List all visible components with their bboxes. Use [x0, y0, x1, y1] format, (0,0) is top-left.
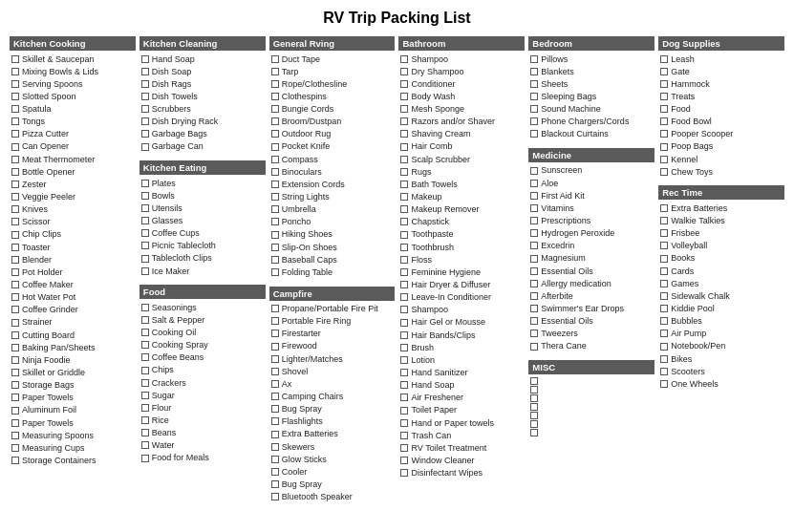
checkbox[interactable] — [11, 193, 19, 201]
checkbox[interactable] — [271, 80, 279, 88]
checkbox[interactable] — [141, 255, 149, 263]
checkbox[interactable] — [400, 117, 408, 125]
checkbox[interactable] — [660, 305, 668, 312]
checkbox[interactable] — [141, 416, 149, 424]
checkbox[interactable] — [141, 429, 149, 436]
checkbox[interactable] — [530, 420, 538, 428]
checkbox[interactable] — [11, 80, 19, 88]
checkbox[interactable] — [400, 93, 408, 100]
checkbox[interactable] — [530, 105, 538, 113]
checkbox[interactable] — [271, 244, 279, 251]
checkbox[interactable] — [530, 55, 538, 63]
checkbox[interactable] — [11, 444, 19, 452]
checkbox[interactable] — [11, 143, 19, 151]
checkbox[interactable] — [400, 306, 408, 313]
checkbox[interactable] — [400, 419, 408, 427]
checkbox[interactable] — [660, 292, 668, 300]
checkbox[interactable] — [271, 443, 279, 451]
checkbox[interactable] — [530, 68, 538, 75]
checkbox[interactable] — [271, 156, 279, 163]
checkbox[interactable] — [271, 193, 279, 201]
checkbox[interactable] — [11, 407, 19, 415]
checkbox[interactable] — [141, 130, 149, 138]
checkbox[interactable] — [530, 204, 538, 212]
checkbox[interactable] — [271, 68, 279, 75]
checkbox[interactable] — [141, 93, 149, 100]
checkbox[interactable] — [660, 143, 668, 151]
checkbox[interactable] — [11, 432, 19, 439]
checkbox[interactable] — [141, 367, 149, 374]
checkbox[interactable] — [11, 130, 19, 138]
checkbox[interactable] — [141, 316, 149, 324]
checkbox[interactable] — [660, 68, 668, 75]
checkbox[interactable] — [11, 205, 19, 213]
checkbox[interactable] — [11, 105, 19, 113]
checkbox[interactable] — [400, 80, 408, 88]
checkbox[interactable] — [11, 168, 19, 176]
checkbox[interactable] — [11, 306, 19, 313]
checkbox[interactable] — [141, 441, 149, 449]
checkbox[interactable] — [400, 331, 408, 339]
checkbox[interactable] — [271, 105, 279, 113]
checkbox[interactable] — [400, 244, 408, 251]
checkbox[interactable] — [141, 455, 149, 462]
checkbox[interactable] — [660, 55, 668, 63]
checkbox[interactable] — [141, 143, 149, 151]
checkbox[interactable] — [400, 457, 408, 464]
checkbox[interactable] — [530, 93, 538, 100]
checkbox[interactable] — [11, 356, 19, 364]
checkbox[interactable] — [660, 204, 668, 212]
checkbox[interactable] — [660, 280, 668, 287]
checkbox[interactable] — [400, 156, 408, 163]
checkbox[interactable] — [271, 130, 279, 138]
checkbox[interactable] — [11, 369, 19, 376]
checkbox[interactable] — [400, 469, 408, 477]
checkbox[interactable] — [400, 407, 408, 415]
checkbox[interactable] — [141, 304, 149, 311]
checkbox[interactable] — [660, 80, 668, 88]
checkbox[interactable] — [660, 368, 668, 375]
checkbox[interactable] — [530, 167, 538, 175]
checkbox[interactable] — [11, 344, 19, 351]
checkbox[interactable] — [271, 405, 279, 413]
checkbox[interactable] — [11, 457, 19, 464]
checkbox[interactable] — [141, 341, 149, 349]
checkbox[interactable] — [11, 419, 19, 427]
checkbox[interactable] — [141, 217, 149, 224]
checkbox[interactable] — [660, 330, 668, 337]
checkbox[interactable] — [141, 204, 149, 212]
checkbox[interactable] — [530, 305, 538, 312]
checkbox[interactable] — [660, 242, 668, 249]
checkbox[interactable] — [400, 381, 408, 389]
checkbox[interactable] — [141, 180, 149, 187]
checkbox[interactable] — [400, 256, 408, 264]
checkbox[interactable] — [660, 317, 668, 325]
checkbox[interactable] — [530, 429, 538, 436]
checkbox[interactable] — [400, 444, 408, 452]
checkbox[interactable] — [530, 229, 538, 237]
checkbox[interactable] — [400, 369, 408, 376]
checkbox[interactable] — [400, 181, 408, 188]
checkbox[interactable] — [271, 117, 279, 125]
checkbox[interactable] — [400, 356, 408, 364]
checkbox[interactable] — [271, 468, 279, 476]
checkbox[interactable] — [400, 55, 408, 63]
checkbox[interactable] — [530, 217, 538, 224]
checkbox[interactable] — [141, 105, 149, 113]
checkbox[interactable] — [400, 432, 408, 439]
checkbox[interactable] — [660, 255, 668, 263]
checkbox[interactable] — [530, 255, 538, 263]
checkbox[interactable] — [400, 344, 408, 351]
checkbox[interactable] — [530, 292, 538, 300]
checkbox[interactable] — [271, 330, 279, 337]
checkbox[interactable] — [530, 394, 538, 402]
checkbox[interactable] — [271, 205, 279, 213]
checkbox[interactable] — [530, 117, 538, 125]
checkbox[interactable] — [660, 229, 668, 237]
checkbox[interactable] — [141, 267, 149, 275]
checkbox[interactable] — [271, 380, 279, 388]
checkbox[interactable] — [400, 268, 408, 276]
checkbox[interactable] — [11, 93, 19, 100]
checkbox[interactable] — [660, 380, 668, 388]
checkbox[interactable] — [11, 231, 19, 239]
